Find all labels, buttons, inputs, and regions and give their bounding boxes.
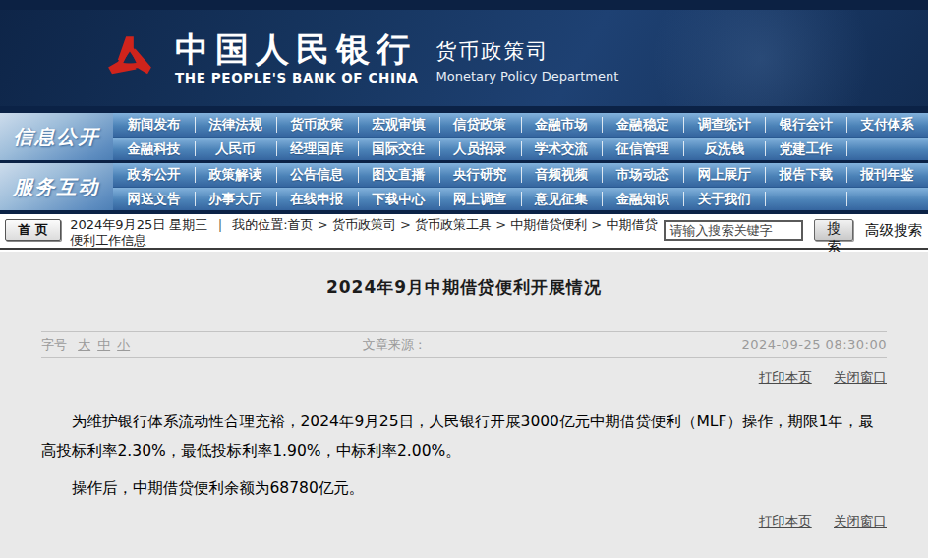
article-paragraph: 为维护银行体系流动性合理充裕，2024年9月25日，人民银行开展3000亿元中期… bbox=[41, 407, 887, 466]
nav-rows: 新闻发布法律法规货币政策宏观审慎信贷政策金融市场金融稳定调查统计银行会计支付体系… bbox=[113, 113, 928, 160]
nav-item[interactable]: 征信管理 bbox=[602, 138, 683, 160]
nav-cell-empty bbox=[846, 138, 928, 160]
nav-item[interactable]: 银行会计 bbox=[765, 113, 846, 137]
nav-item[interactable]: 国际交往 bbox=[358, 138, 439, 160]
nav-item[interactable]: 政策解读 bbox=[195, 163, 276, 187]
breadcrumb-date: 2024年9月25日 星期三 bbox=[70, 217, 207, 232]
nav-item[interactable]: 在线申报 bbox=[276, 188, 358, 210]
top-strip bbox=[0, 0, 928, 10]
nav-item[interactable]: 关于我们 bbox=[683, 188, 765, 210]
nav-section-label[interactable]: 信息公开 bbox=[0, 113, 113, 160]
nav-item[interactable]: 党建工作 bbox=[765, 138, 846, 160]
breadcrumb-location-link[interactable]: 我的位置:首页 bbox=[232, 217, 313, 232]
page-title: 2024年9月中期借贷便利开展情况 bbox=[0, 252, 928, 299]
nav-item[interactable]: 网送文告 bbox=[113, 188, 195, 210]
nav-section-label[interactable]: 服务互动 bbox=[0, 163, 113, 210]
nav-item[interactable]: 法律法规 bbox=[195, 113, 276, 137]
nav-item[interactable]: 金融科技 bbox=[113, 138, 195, 160]
nav-item[interactable]: 意见征集 bbox=[521, 188, 603, 210]
header-banner: 中国人民银行 THE PEOPLE'S BANK OF CHINA 货币政策司 … bbox=[0, 10, 928, 106]
article-tools-top: 打印本页 关闭窗口 bbox=[41, 369, 887, 387]
nav-item[interactable]: 图文直播 bbox=[358, 163, 439, 187]
font-size-link[interactable]: 小 bbox=[117, 337, 130, 352]
nav-item[interactable]: 人民币 bbox=[195, 138, 276, 160]
nav-item[interactable]: 宏观审慎 bbox=[358, 113, 439, 137]
article-tools-bottom: 打印本页 关闭窗口 bbox=[41, 513, 887, 531]
breadcrumb-bar: 首 页 2024年9月25日 星期三 ｜ 我的位置:首页 > 货币政策司 > 货… bbox=[0, 214, 928, 250]
nav-item[interactable]: 金融知识 bbox=[602, 188, 683, 210]
breadcrumb-link[interactable]: 货币政策司 bbox=[332, 217, 396, 232]
search-button[interactable]: 搜索 bbox=[814, 219, 853, 241]
nav-item[interactable]: 办事大厅 bbox=[195, 188, 276, 210]
nav-cell-empty bbox=[765, 188, 846, 210]
nav-item[interactable]: 学术交流 bbox=[521, 138, 603, 160]
nav-item[interactable]: 新闻发布 bbox=[113, 113, 195, 137]
pboc-logo-icon bbox=[98, 27, 161, 89]
nav-item[interactable]: 人员招录 bbox=[439, 138, 521, 160]
article-paragraph: 操作后，中期借贷便利余额为68780亿元。 bbox=[41, 474, 887, 503]
nav-row: 政务公开政策解读公告信息图文直播央行研究音频视频市场动态网上展厅报告下载报刊年鉴 bbox=[113, 163, 928, 187]
close-link[interactable]: 关闭窗口 bbox=[834, 513, 887, 529]
nav-item[interactable]: 报刊年鉴 bbox=[846, 163, 928, 187]
font-size-label: 字号 bbox=[41, 337, 67, 352]
nav-section: 服务互动政务公开政策解读公告信息图文直播央行研究音频视频市场动态网上展厅报告下载… bbox=[0, 163, 928, 210]
bank-name-en: THE PEOPLE'S BANK OF CHINA bbox=[175, 70, 418, 85]
nav-row: 新闻发布法律法规货币政策宏观审慎信贷政策金融市场金融稳定调查统计银行会计支付体系 bbox=[113, 113, 928, 137]
nav-item[interactable]: 支付体系 bbox=[846, 113, 928, 137]
nav-item[interactable]: 政务公开 bbox=[113, 163, 195, 187]
article-area: 2024年9月中期借贷便利开展情况 字号 大中小 文章来源： 2024-09-2… bbox=[0, 252, 928, 558]
search-area: 搜索 高级搜索 bbox=[664, 219, 922, 241]
print-link[interactable]: 打印本页 bbox=[759, 369, 812, 385]
nav-item[interactable]: 报告下载 bbox=[765, 163, 846, 187]
nav-item[interactable]: 网上调查 bbox=[439, 188, 521, 210]
nav-row: 网送文告办事大厅在线申报下载中心网上调查意见征集金融知识关于我们 bbox=[113, 187, 928, 210]
nav-item[interactable]: 下载中心 bbox=[358, 188, 439, 210]
print-link[interactable]: 打印本页 bbox=[759, 513, 812, 529]
search-input[interactable] bbox=[664, 220, 803, 241]
nav-section: 信息公开新闻发布法律法规货币政策宏观审慎信贷政策金融市场金融稳定调查统计银行会计… bbox=[0, 113, 928, 160]
font-size-link[interactable]: 中 bbox=[97, 337, 110, 352]
breadcrumb-separator: ｜ bbox=[209, 217, 230, 232]
nav-cell-empty bbox=[846, 188, 928, 210]
main-navigation: 信息公开新闻发布法律法规货币政策宏观审慎信贷政策金融市场金融稳定调查统计银行会计… bbox=[0, 106, 928, 214]
breadcrumb-link[interactable]: 中期借贷便利 bbox=[510, 217, 587, 232]
nav-item[interactable]: 经理国库 bbox=[276, 138, 358, 160]
breadcrumb: 2024年9月25日 星期三 ｜ 我的位置:首页 > 货币政策司 > 货币政策工… bbox=[70, 217, 664, 249]
nav-rows: 政务公开政策解读公告信息图文直播央行研究音频视频市场动态网上展厅报告下载报刊年鉴… bbox=[113, 163, 928, 210]
breadcrumb-arrow: > bbox=[492, 217, 510, 232]
breadcrumb-arrow: > bbox=[396, 217, 415, 232]
breadcrumb-arrow: > bbox=[587, 217, 606, 232]
nav-item[interactable]: 货币政策 bbox=[276, 113, 358, 137]
close-link[interactable]: 关闭窗口 bbox=[834, 369, 887, 385]
bank-name-cn: 中国人民银行 bbox=[175, 30, 418, 68]
article-body: 为维护银行体系流动性合理充裕，2024年9月25日，人民银行开展3000亿元中期… bbox=[41, 407, 887, 503]
nav-item[interactable]: 金融稳定 bbox=[602, 113, 683, 137]
font-size-links: 大中小 bbox=[71, 337, 130, 352]
font-size-controls: 字号 大中小 bbox=[41, 336, 363, 354]
advanced-search-link[interactable]: 高级搜索 bbox=[865, 221, 922, 240]
nav-item[interactable]: 音频视频 bbox=[521, 163, 603, 187]
nav-item[interactable]: 信贷政策 bbox=[439, 113, 521, 137]
breadcrumb-link[interactable]: 货币政策工具 bbox=[415, 217, 492, 232]
source-label: 文章来源： bbox=[363, 337, 427, 352]
nav-row: 金融科技人民币经理国库国际交往人员招录学术交流征信管理反洗钱党建工作 bbox=[113, 137, 928, 160]
nav-item[interactable]: 公告信息 bbox=[276, 163, 358, 187]
nav-item[interactable]: 金融市场 bbox=[521, 113, 603, 137]
department-name-en: Monetary Policy Department bbox=[435, 69, 618, 84]
publish-datetime: 2024-09-25 08:30:00 bbox=[741, 337, 887, 352]
nav-item[interactable]: 网上展厅 bbox=[683, 163, 765, 187]
department-name-cn: 货币政策司 bbox=[435, 37, 618, 65]
home-button[interactable]: 首 页 bbox=[5, 219, 61, 241]
article-meta-row: 字号 大中小 文章来源： 2024-09-25 08:30:00 bbox=[41, 331, 887, 358]
department-block: 货币政策司 Monetary Policy Department bbox=[435, 33, 618, 84]
nav-item[interactable]: 市场动态 bbox=[602, 163, 683, 187]
font-size-link[interactable]: 大 bbox=[78, 337, 90, 352]
nav-item[interactable]: 调查统计 bbox=[683, 113, 765, 137]
breadcrumb-arrow: > bbox=[314, 217, 332, 232]
article-source: 文章来源： bbox=[363, 336, 742, 354]
nav-item[interactable]: 央行研究 bbox=[439, 163, 521, 187]
nav-item[interactable]: 反洗钱 bbox=[683, 138, 765, 160]
bank-name-block: 中国人民银行 THE PEOPLE'S BANK OF CHINA bbox=[175, 30, 418, 85]
